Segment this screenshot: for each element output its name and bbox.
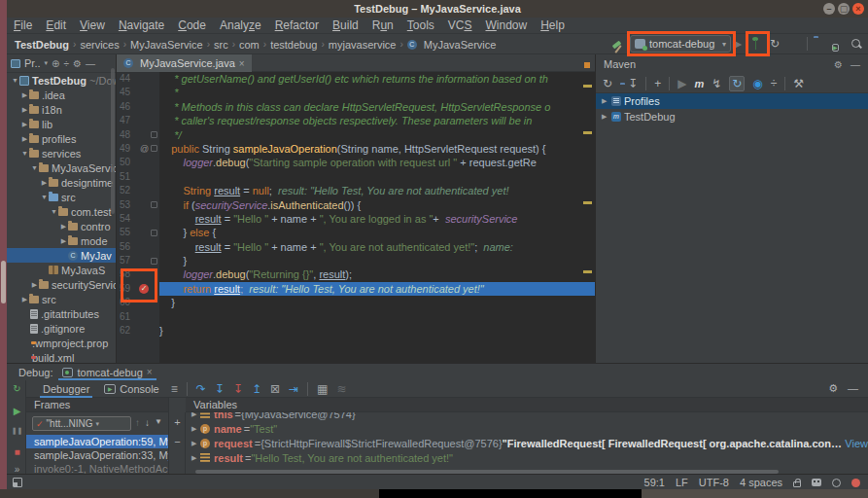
project-tree-item[interactable]: MyJavaS <box>7 263 116 277</box>
project-tree-item[interactable]: MyJav <box>7 248 116 263</box>
line-number[interactable]: 48 <box>117 128 138 142</box>
variable-row[interactable]: ▶name = "Test" <box>186 421 868 436</box>
restore-layout-icon[interactable]: ≋ <box>336 382 346 396</box>
ide-assistant-icon[interactable] <box>812 479 821 486</box>
code-line[interactable]: 60 } <box>117 296 595 309</box>
layout-menu-icon[interactable]: ≡ <box>171 382 178 396</box>
filter-icon[interactable]: ▼ <box>155 417 162 428</box>
tree-expand-icon[interactable]: ▶ <box>602 97 611 105</box>
code-area[interactable]: 44 * getUserName() and getUserId() etc w… <box>117 72 595 363</box>
error-stripe-mark[interactable] <box>583 85 592 88</box>
code-line[interactable]: 53 if (securityService.isAuthenticated()… <box>117 198 595 212</box>
menu-item-edit[interactable]: Edit <box>46 18 66 32</box>
step-over-icon[interactable]: ↷ <box>196 382 206 396</box>
project-tree-item[interactable]: ▼TestDebug~/Dow <box>7 73 116 88</box>
gear-icon[interactable]: ⚙ <box>834 59 843 70</box>
chevron-down-icon[interactable]: ▾ <box>45 59 49 67</box>
coverage-button[interactable]: ↻ <box>770 37 780 52</box>
tree-expand-icon[interactable]: ▶ <box>40 179 49 187</box>
remove-watch-icon[interactable]: − <box>174 436 180 447</box>
breadcrumb-item[interactable]: MyJavaService <box>130 39 203 51</box>
breadcrumb-item[interactable]: myjavaservice <box>329 39 397 51</box>
project-tree-item[interactable]: ▶profiles <box>7 131 116 146</box>
code-line[interactable]: 47 * caller's request/response objects r… <box>117 114 595 127</box>
breadcrumb-item[interactable]: TestDebug <box>15 39 69 51</box>
project-tree-item[interactable]: ▶contro <box>7 219 116 233</box>
tree-expand-icon[interactable]: ▶ <box>191 425 200 433</box>
menu-item-code[interactable]: Code <box>178 18 206 32</box>
code-line[interactable]: 62} <box>117 324 595 338</box>
add-watch-icon[interactable]: + <box>174 416 180 428</box>
next-frame-icon[interactable]: ↓ <box>145 417 150 428</box>
line-number[interactable]: 62 <box>117 324 138 338</box>
error-stripe-mark[interactable] <box>584 62 590 68</box>
code-line[interactable]: 55 } else { <box>117 226 595 239</box>
frame-row[interactable]: sampleJavaOperation:33, My <box>26 448 169 462</box>
code-line[interactable]: 45 * <box>117 86 595 99</box>
tree-expand-icon[interactable]: ▶ <box>602 113 611 121</box>
tree-expand-icon[interactable]: ▼ <box>50 208 58 215</box>
fold-icon[interactable] <box>151 230 157 236</box>
breadcrumb-item[interactable]: com <box>239 39 260 51</box>
code-line[interactable]: 61 <box>117 310 595 324</box>
code-line[interactable]: 59✓ return result; result: "Hello Test, … <box>117 282 595 296</box>
menu-item-view[interactable]: View <box>80 18 105 32</box>
project-tree-item[interactable]: ▼MyJavaServic <box>7 160 116 175</box>
collapse-all-icon[interactable]: ÷ <box>63 58 69 69</box>
editor-tab[interactable]: MyJavaService.java × <box>117 54 252 72</box>
lock-icon[interactable] <box>793 481 801 487</box>
line-number[interactable]: 57 <box>117 254 138 267</box>
line-number[interactable]: 47 <box>117 114 138 127</box>
running-list-button[interactable]: ▶ <box>832 39 839 53</box>
fold-marker[interactable] <box>151 142 159 156</box>
execute-maven-goal-icon[interactable]: m <box>694 78 704 89</box>
code-line[interactable]: 51 <box>117 170 595 184</box>
line-number[interactable]: 45 <box>117 86 138 99</box>
fold-icon[interactable] <box>151 145 157 152</box>
download-sources-icon[interactable]: ↧ <box>628 77 638 90</box>
code-line[interactable]: 50 logger.debug("Starting sample operati… <box>117 156 595 169</box>
fold-icon[interactable] <box>151 201 157 208</box>
code-line[interactable]: 48 */ <box>117 128 595 142</box>
tree-expand-icon[interactable]: ▶ <box>20 296 29 303</box>
maven-tree-item-testdebug[interactable]: ▶TestDebug <box>596 109 868 124</box>
tree-expand-icon[interactable]: ▶ <box>20 91 29 99</box>
line-number[interactable]: 54 <box>117 212 138 226</box>
project-tree-item[interactable]: ▶lib <box>7 117 116 131</box>
tree-expand-icon[interactable]: ▶ <box>20 106 29 114</box>
menu-item-window[interactable]: Window <box>485 18 527 32</box>
project-tree-item[interactable]: build.xml <box>7 350 116 363</box>
menu-item-vcs[interactable]: VCS <box>448 18 472 32</box>
code-line[interactable]: 57 } <box>117 254 595 267</box>
project-panel-title[interactable]: Pr.. <box>24 57 41 69</box>
debug-session-tab[interactable]: tomcat-debug × <box>58 364 156 380</box>
run-maven-goal-icon[interactable]: ▶ <box>677 77 686 90</box>
tree-expand-icon[interactable]: ▶ <box>30 281 39 289</box>
line-number[interactable]: 49 <box>117 142 138 156</box>
toolwindow-toggle-icon[interactable] <box>13 478 22 487</box>
tree-expand-icon[interactable]: ▼ <box>20 150 29 157</box>
error-stripe-mark[interactable] <box>583 131 592 134</box>
maven-settings-icon[interactable]: ⚒ <box>793 77 804 90</box>
menu-item-run[interactable]: Run <box>372 18 394 32</box>
prev-frame-icon[interactable]: ↑ <box>135 417 140 428</box>
tree-expand-icon[interactable]: ▶ <box>59 223 68 231</box>
menu-item-analyze[interactable]: Analyze <box>220 18 261 32</box>
project-tree-item[interactable]: .gitignore <box>7 321 116 336</box>
resume-button[interactable]: ▶ <box>11 406 23 416</box>
line-number[interactable]: 50 <box>117 156 138 169</box>
close-button[interactable]: × <box>852 3 864 15</box>
breadcrumb-item[interactable]: services <box>80 39 119 51</box>
line-number[interactable]: 51 <box>117 170 138 184</box>
tree-expand-icon[interactable]: ▶ <box>191 412 200 418</box>
line-number[interactable]: 55 <box>117 226 138 239</box>
step-out-icon[interactable]: ↥ <box>252 382 261 396</box>
pause-button[interactable]: ❚❚ <box>11 427 23 435</box>
code-line[interactable]: 54 result = "Hello " + name + ", You are… <box>117 212 595 226</box>
code-line[interactable]: 56 result = "Hello " + name + ", You are… <box>117 240 595 254</box>
tab-debugger[interactable]: Debugger <box>40 380 92 398</box>
stop-button[interactable]: ■ <box>11 446 23 457</box>
skip-tests-icon[interactable]: ÷ <box>771 77 778 90</box>
code-line[interactable]: 46 * Methods in this class can declare H… <box>117 100 595 114</box>
tree-expand-icon[interactable]: ▼ <box>11 77 19 84</box>
